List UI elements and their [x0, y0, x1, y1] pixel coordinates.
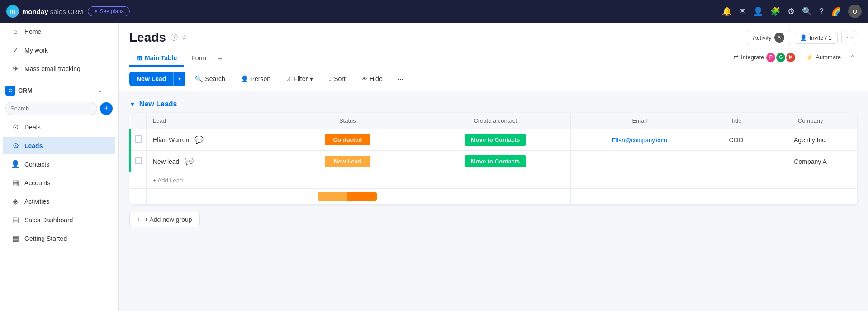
- integration-icon-1: P: [766, 53, 775, 62]
- tabs-right: ⇄ Integrate P G M ⚡ Automate ⌃: [730, 51, 857, 67]
- search-icon[interactable]: 🔍: [802, 6, 812, 16]
- company-value: Company A: [794, 158, 826, 165]
- info-icon[interactable]: ⓘ: [171, 33, 178, 43]
- lead-name: Elian Warren 💬: [147, 129, 275, 151]
- integrate-label: Integrate: [741, 54, 764, 61]
- more-options-button[interactable]: ···: [841, 31, 857, 44]
- collapse-button[interactable]: ⌃: [848, 52, 857, 63]
- sidebar-item-label: Deals: [24, 124, 41, 131]
- main-layout: ⌂ Home ✓ My work ✈ Mass email tracking C…: [0, 23, 868, 311]
- status-bar-contacted: [347, 192, 377, 201]
- sort-button[interactable]: ↕ Sort: [323, 72, 351, 86]
- puzzle-icon[interactable]: 🧩: [770, 6, 780, 16]
- sidebar-item-getting-started[interactable]: ▤ Getting Started: [3, 230, 115, 247]
- status-bar: [318, 192, 377, 201]
- sidebar-search-input[interactable]: [5, 102, 97, 115]
- person-icon: 👤: [241, 75, 248, 82]
- group-collapse-icon[interactable]: ▼: [129, 100, 136, 108]
- move-to-contacts-button[interactable]: Move to Contacts: [465, 155, 526, 167]
- col-create-contact: Create a contact: [420, 113, 571, 129]
- star-icon[interactable]: ☆: [181, 33, 188, 43]
- invite-people-icon: 👤: [800, 34, 807, 41]
- group-name: New Leads: [139, 100, 177, 108]
- col-email: Email: [571, 113, 708, 129]
- checkbox[interactable]: [135, 135, 142, 143]
- add-people-icon[interactable]: 👤: [753, 6, 763, 16]
- help-icon[interactable]: ?: [819, 7, 824, 16]
- status-badge: Contacted: [325, 134, 370, 145]
- activity-button[interactable]: Activity A: [747, 30, 790, 45]
- activity-avatar: A: [774, 33, 784, 43]
- see-plans-button[interactable]: ✦ See plans: [88, 6, 130, 16]
- home-icon: ⌂: [11, 28, 20, 36]
- chat-icon[interactable]: 💬: [194, 136, 204, 144]
- status-bar-cell: [275, 189, 420, 205]
- tab-add-button[interactable]: +: [213, 51, 227, 67]
- filter-button[interactable]: ⊿ Filter ▾: [280, 72, 319, 86]
- title-cell: COO: [708, 129, 764, 151]
- sidebar-item-accounts[interactable]: ▦ Accounts: [3, 174, 115, 191]
- person-label: Person: [251, 75, 270, 82]
- workspace-chevron[interactable]: ⌄: [96, 86, 104, 95]
- sidebar-add-button[interactable]: +: [100, 102, 113, 115]
- person-button[interactable]: 👤 Person: [235, 72, 276, 86]
- sidebar-item-label: Leads: [24, 142, 43, 149]
- tab-label: Main Table: [145, 54, 177, 62]
- page-title-row: Leads ⓘ ☆ Activity A 👤 Invite / 1 ···: [129, 30, 857, 45]
- new-lead-dropdown[interactable]: ▾: [173, 72, 185, 86]
- email-cell: [571, 151, 708, 172]
- company-cell: Company A: [764, 151, 857, 172]
- sort-label: Sort: [334, 75, 346, 82]
- create-contact-cell: Move to Contacts: [420, 129, 571, 151]
- sidebar-item-home[interactable]: ⌂ Home: [3, 23, 115, 40]
- automate-button[interactable]: ⚡ Automate: [802, 52, 844, 62]
- leads-table: Lead Status Create a contact Email Title: [129, 113, 857, 205]
- integrate-button[interactable]: ⇄ Integrate P G M: [730, 51, 799, 64]
- more-toolbar-button[interactable]: ···: [392, 72, 409, 86]
- add-group-button[interactable]: + + Add new group: [129, 212, 200, 227]
- table-header-row: Lead Status Create a contact Email Title: [130, 113, 857, 129]
- sidebar-item-deals[interactable]: ⊙ Deals: [3, 118, 115, 136]
- move-to-contacts-button[interactable]: Move to Contacts: [465, 134, 526, 146]
- tab-main-table[interactable]: ⊞ Main Table: [129, 51, 184, 67]
- invite-button[interactable]: 👤 Invite / 1: [794, 32, 838, 44]
- my-work-icon: ✓: [11, 46, 20, 54]
- sidebar-item-mass-email[interactable]: ✈ Mass email tracking: [3, 60, 115, 77]
- tab-form[interactable]: Form: [184, 51, 213, 67]
- page-title-icons: ⓘ ☆: [171, 33, 188, 43]
- bell-icon[interactable]: 🔔: [722, 6, 732, 16]
- table-icon: ⊞: [137, 54, 142, 62]
- add-lead-row[interactable]: + Add Lead: [130, 172, 857, 189]
- status-bar-new-lead: [318, 192, 347, 201]
- row-checkbox[interactable]: [130, 129, 147, 151]
- title-cell: [708, 151, 764, 172]
- sidebar-item-sales-dashboard[interactable]: ▤ Sales Dashboard: [3, 211, 115, 229]
- sidebar-item-label: Home: [24, 28, 41, 35]
- integrate-icon: ⇄: [734, 54, 739, 61]
- tab-label: Form: [191, 54, 206, 62]
- sidebar-item-activities[interactable]: ◈ Activities: [3, 192, 115, 210]
- search-button[interactable]: 🔍 Search: [189, 72, 231, 86]
- sidebar-item-contacts[interactable]: 👤 Contacts: [3, 155, 115, 173]
- row-checkbox[interactable]: [130, 151, 147, 172]
- add-lead-label[interactable]: + Add Lead: [147, 172, 275, 189]
- activity-label: Activity: [753, 34, 771, 41]
- sidebar-item-leads[interactable]: ⊙ Leads: [3, 137, 115, 154]
- integration-icon-2: G: [776, 53, 785, 62]
- new-lead-button[interactable]: New Lead: [129, 72, 173, 86]
- contacts-icon: 👤: [11, 160, 20, 168]
- checkbox[interactable]: [135, 157, 142, 164]
- col-checkbox: [130, 113, 147, 129]
- inbox-icon[interactable]: ✉: [739, 6, 746, 16]
- header-right-actions: Activity A 👤 Invite / 1 ···: [747, 30, 857, 45]
- search-icon: 🔍: [195, 75, 203, 82]
- email-cell: Elian@company.com: [571, 129, 708, 151]
- user-avatar[interactable]: U: [848, 5, 862, 18]
- sidebar-item-my-work[interactable]: ✓ My work: [3, 41, 115, 59]
- gear-icon[interactable]: ⚙: [787, 6, 795, 16]
- workspace-more[interactable]: ···: [105, 86, 113, 95]
- hide-button[interactable]: 👁 Hide: [355, 72, 389, 86]
- integration-icons: P G M: [766, 53, 795, 62]
- chat-icon[interactable]: 💬: [185, 158, 194, 165]
- company-cell: Agently Inc.: [764, 129, 857, 151]
